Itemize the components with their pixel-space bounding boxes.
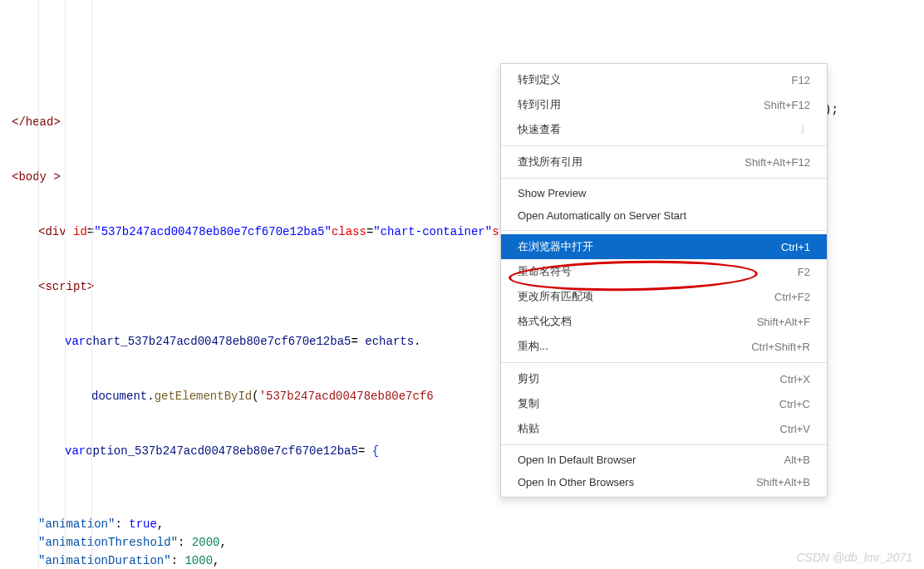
menu-item[interactable]: 粘贴Ctrl+V — [501, 416, 827, 441]
code-line: "animationDuration": 1000, — [0, 552, 924, 569]
menu-item[interactable]: 重命名符号F2 — [501, 259, 827, 284]
menu-item[interactable]: 快速查看〉 — [501, 117, 827, 142]
menu-shortcut: Ctrl+V — [780, 423, 810, 435]
menu-separator — [501, 145, 827, 146]
menu-separator — [501, 444, 827, 445]
menu-item-label: 更改所有匹配项 — [518, 289, 593, 304]
chevron-right-icon: 〉 — [800, 123, 810, 137]
menu-item-label: 快速查看 — [518, 122, 561, 137]
menu-shortcut: Ctrl+X — [780, 373, 810, 385]
menu-shortcut: Alt+B — [784, 454, 810, 466]
menu-item-label: 转到定义 — [518, 72, 561, 87]
menu-shortcut: Ctrl+F2 — [774, 291, 810, 303]
menu-item[interactable]: 转到定义F12 — [501, 67, 827, 92]
menu-item-label: 格式化文档 — [518, 314, 572, 329]
menu-shortcut: Shift+Alt+B — [756, 476, 810, 488]
menu-item-label: 转到引用 — [518, 97, 561, 112]
menu-separator — [501, 362, 827, 363]
menu-item[interactable]: 格式化文档Shift+Alt+F — [501, 309, 827, 334]
menu-item[interactable]: 转到引用Shift+F12 — [501, 92, 827, 117]
menu-item-label: 剪切 — [518, 371, 539, 386]
menu-item-label: 重构... — [518, 339, 548, 354]
menu-item-label: Open In Other Browsers — [518, 476, 634, 488]
menu-shortcut: Shift+F12 — [764, 99, 810, 111]
menu-shortcut: F2 — [798, 266, 810, 278]
menu-item-label: Open Automatically on Server Start — [518, 209, 686, 222]
menu-item[interactable]: Open In Other BrowsersShift+Alt+B — [501, 471, 827, 493]
context-menu: 转到定义F12转到引用Shift+F12快速查看〉查找所有引用Shift+Alt… — [500, 63, 828, 498]
menu-shortcut: Shift+Alt+F — [757, 316, 810, 328]
menu-item[interactable]: 在浏览器中打开Ctrl+1 — [501, 234, 827, 259]
menu-item[interactable]: 复制Ctrl+C — [501, 391, 827, 416]
menu-item[interactable]: 剪切Ctrl+X — [501, 366, 827, 391]
menu-item[interactable]: Open Automatically on Server Start — [501, 204, 827, 227]
menu-item[interactable]: 重构...Ctrl+Shift+R — [501, 334, 827, 359]
menu-item-label: 复制 — [518, 396, 539, 411]
menu-item-label: Open In Default Browser — [518, 454, 636, 466]
menu-shortcut: Ctrl+Shift+R — [751, 341, 810, 353]
menu-item-label: 粘贴 — [518, 421, 539, 436]
menu-item[interactable]: Show Preview — [501, 182, 827, 204]
code-line: "animation": true, — [0, 515, 924, 533]
menu-shortcut: F12 — [792, 74, 810, 86]
menu-separator — [501, 178, 827, 179]
menu-item[interactable]: 查找所有引用Shift+Alt+F12 — [501, 150, 827, 174]
menu-item-label: 重命名符号 — [518, 264, 572, 279]
menu-item-label: 查找所有引用 — [518, 155, 582, 169]
code-line: "animationThreshold": 2000, — [0, 533, 924, 552]
menu-shortcut: Shift+Alt+F12 — [745, 156, 810, 169]
menu-shortcut: Ctrl+C — [779, 398, 810, 410]
menu-item-label: Show Preview — [518, 187, 586, 199]
menu-item[interactable]: 更改所有匹配项Ctrl+F2 — [501, 284, 827, 309]
watermark: CSDN @db_lmr_2071 — [797, 551, 913, 564]
menu-item-label: 在浏览器中打开 — [518, 239, 593, 254]
menu-separator — [501, 230, 827, 231]
menu-shortcut: Ctrl+1 — [781, 241, 810, 253]
menu-item[interactable]: Open In Default BrowserAlt+B — [501, 449, 827, 471]
